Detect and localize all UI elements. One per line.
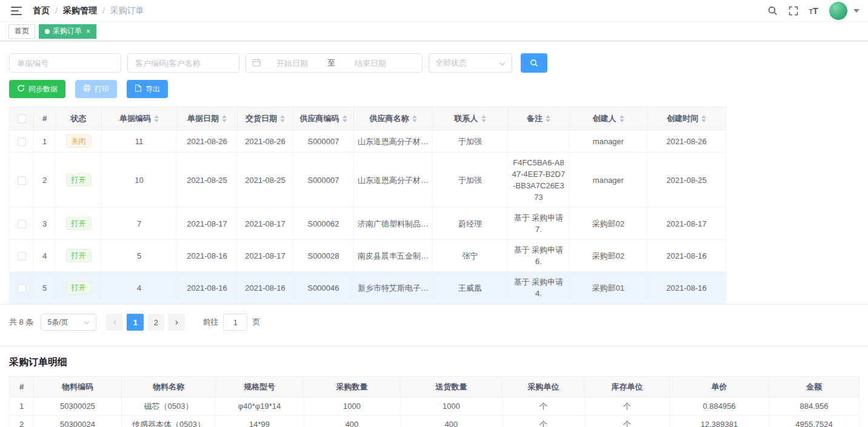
col-material-code: 物料编码: [34, 377, 122, 397]
sort-icon[interactable]: [619, 115, 624, 122]
status-select[interactable]: 全部状态: [429, 53, 512, 73]
page-size-select[interactable]: 5条/页: [41, 314, 96, 331]
cell-remark: [508, 130, 570, 153]
page-button-1[interactable]: 1: [127, 314, 144, 331]
caret-down-icon[interactable]: [853, 9, 860, 13]
col-remark[interactable]: 备注: [508, 107, 570, 130]
col-supplier-code[interactable]: 供应商编码: [293, 107, 354, 130]
cell-index: 5: [34, 272, 56, 304]
cell-delivery-date: 2021-08-17: [238, 208, 293, 240]
table-row[interactable]: 1 关闭 11 2021-08-26 2021-08-26 S000007 山东…: [10, 130, 726, 153]
prev-page-button[interactable]: ‹: [106, 314, 123, 331]
doc-no-input[interactable]: [9, 53, 121, 73]
sync-data-button[interactable]: 同步数据: [9, 80, 65, 98]
cell-created: 2021-08-16: [647, 240, 726, 272]
total-count: 共 8 条: [9, 317, 33, 328]
cell-index: 2: [10, 415, 34, 427]
cell-unit-price: 0.884956: [670, 397, 769, 415]
table-row[interactable]: 2 打开 10 2021-08-25 2021-08-25 S000007 山东…: [10, 153, 726, 208]
cell-created: 2021-08-17: [647, 208, 726, 240]
search-icon[interactable]: [767, 5, 778, 16]
cell-creator: 采购部02: [570, 240, 647, 272]
row-checkbox[interactable]: [18, 220, 26, 228]
export-button[interactable]: 导出: [127, 80, 168, 98]
detail-row[interactable]: 1 50300025 磁芯（0503） φ40*φ19*14 1000 1000…: [10, 397, 860, 415]
cell-creator: 采购部02: [570, 208, 647, 240]
cell-contact: 张宁: [433, 240, 508, 272]
customer-input[interactable]: [127, 53, 239, 73]
cell-creator: manager: [570, 130, 647, 153]
sort-icon[interactable]: [546, 115, 550, 122]
cell-supplier-name: 新乡市特艾斯电子设...: [354, 272, 433, 304]
detail-row[interactable]: 2 50300024 传感器本体（0503） 14*99 400 400 个 个…: [10, 415, 860, 427]
detail-table: # 物料编码 物料名称 规格型号 采购数量 送货数量 采购单位 库存单位 单价 …: [9, 376, 860, 427]
end-date-input[interactable]: [339, 59, 402, 68]
orders-pagination: 共 8 条 5条/页 ‹ 1 2 › 前往 页: [0, 305, 868, 340]
col-delivery-date[interactable]: 交货日期: [238, 107, 293, 130]
sync-data-label: 同步数据: [28, 84, 58, 94]
col-contact[interactable]: 联系人: [433, 107, 508, 130]
cell-contact: 王威凰: [433, 272, 508, 304]
col-purchase-qty: 采购数量: [304, 377, 401, 397]
topbar-actions: TT: [767, 2, 860, 20]
sort-icon[interactable]: [280, 115, 285, 122]
orders-table-block: # 状态 单据编码 单据日期 交货日期 供应商编码 供应商名称 联系人 备注 创…: [0, 107, 868, 305]
cell-doc-no: 10: [102, 153, 177, 208]
cell-contact: 蔚经理: [433, 208, 508, 240]
close-icon[interactable]: ×: [86, 28, 90, 35]
col-created[interactable]: 创建时间: [647, 107, 726, 130]
orders-table: # 状态 单据编码 单据日期 交货日期 供应商编码 供应商名称 联系人 备注 创…: [9, 107, 726, 304]
col-supplier-name[interactable]: 供应商名称: [354, 107, 433, 130]
table-row-selected[interactable]: 5 打开 4 2021-08-16 2021-08-16 S000046 新乡市…: [10, 272, 726, 304]
cell-amount: 4955.7524: [769, 415, 860, 427]
avatar[interactable]: [829, 2, 847, 20]
col-creator[interactable]: 创建人: [570, 107, 647, 130]
search-button[interactable]: [521, 53, 547, 73]
sort-icon[interactable]: [701, 115, 706, 122]
hamburger-icon[interactable]: [8, 4, 24, 18]
col-status: 状态: [56, 107, 102, 130]
sort-icon[interactable]: [412, 115, 417, 122]
breadcrumb-home[interactable]: 首页: [33, 5, 50, 16]
cell-created: 2021-08-16: [647, 272, 726, 304]
row-checkbox[interactable]: [18, 137, 26, 146]
cell-doc-no: 11: [102, 130, 177, 153]
date-range-picker[interactable]: 至: [245, 53, 422, 73]
page-suffix: 页: [252, 317, 260, 328]
cell-contact: 于加强: [433, 130, 508, 153]
next-page-button[interactable]: ›: [168, 314, 185, 331]
row-checkbox[interactable]: [18, 252, 26, 260]
sort-icon[interactable]: [342, 115, 347, 122]
cell-remark: 基于 采购申请 7.: [508, 208, 570, 240]
tab-home[interactable]: 首页: [8, 24, 35, 39]
col-doc-date[interactable]: 单据日期: [177, 107, 238, 130]
cell-supplier-code: S000046: [293, 272, 354, 304]
select-all-checkbox[interactable]: [18, 114, 26, 123]
table-row[interactable]: 4 打开 5 2021-08-16 2021-08-17 S000028 南皮县…: [10, 240, 726, 272]
cell-delivery-qty: 400: [401, 415, 502, 427]
goto-page-input[interactable]: [223, 314, 247, 331]
cell-delivery-qty: 1000: [401, 397, 502, 415]
tab-purchase-order[interactable]: 采购订单 ×: [39, 24, 96, 39]
col-index: #: [10, 377, 34, 397]
sort-icon[interactable]: [222, 115, 227, 122]
font-size-icon[interactable]: TT: [809, 6, 818, 15]
sort-icon[interactable]: [154, 115, 159, 122]
col-purchase-unit: 采购单位: [502, 377, 585, 397]
breadcrumb-purchase-management[interactable]: 采购管理: [63, 5, 97, 16]
cell-doc-no: 5: [102, 240, 177, 272]
topbar: 首页 / 采购管理 / 采购订单 TT: [0, 0, 868, 22]
page-button-2[interactable]: 2: [147, 314, 164, 331]
breadcrumb: 首页 / 采购管理 / 采购订单: [33, 5, 144, 16]
row-checkbox[interactable]: [18, 176, 26, 185]
start-date-input[interactable]: [261, 59, 324, 68]
table-row[interactable]: 3 打开 7 2021-08-17 2021-08-17 S000062 济南广…: [10, 208, 726, 240]
date-range-separator: 至: [324, 58, 339, 68]
cell-supplier-name: 济南广德塑料制品有...: [354, 208, 433, 240]
fullscreen-icon[interactable]: [789, 6, 798, 16]
col-doc-no[interactable]: 单据编码: [102, 107, 177, 130]
row-checkbox[interactable]: [18, 284, 26, 293]
print-button[interactable]: 打印: [75, 80, 117, 98]
sort-icon[interactable]: [481, 115, 486, 122]
cell-spec: φ40*φ19*14: [216, 397, 304, 415]
